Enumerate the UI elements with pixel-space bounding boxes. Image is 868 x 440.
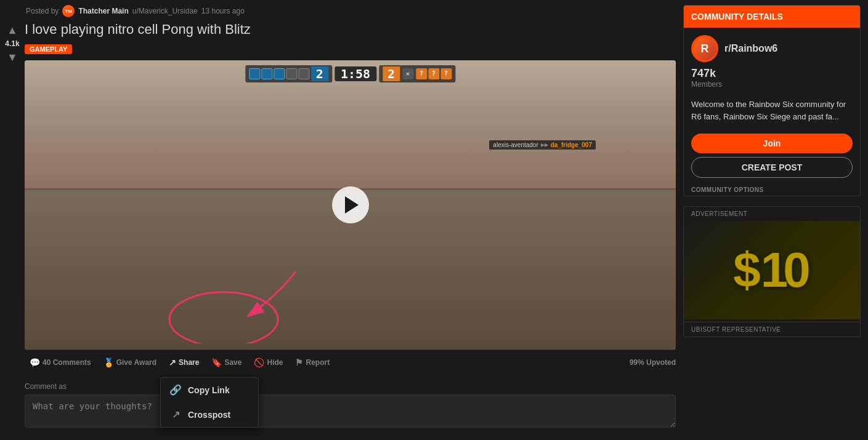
hud-icons-a [249,68,309,79]
comment-input[interactable] [25,394,676,428]
save-label: Save [224,358,241,367]
post-time: 13 hours ago [201,7,245,15]
community-top: R r/Rainbow6 [684,28,860,67]
main-content: Posted by TM Thatcher Main u/Maverick_Ur… [25,0,676,440]
community-description: Welcome to the Rainbow Six community for… [684,98,860,130]
player-name-1: alexis-aventador [493,142,538,148]
ad-label: ADVERTISEMENT [684,207,860,221]
crosspost-label: Crosspost [188,410,230,420]
crosspost-icon: ↗ [169,409,182,421]
hud-q-2: ? [428,68,439,79]
vote-column: ▲ 4.1k ▼ [0,0,25,440]
report-button[interactable]: ⚑ Report [290,354,335,371]
share-icon: ↗ [169,358,176,367]
ad-dollar-text: $1 [733,242,788,298]
share-button[interactable]: ↗ Share [164,354,204,371]
hud-team-b: 2 ✕ ? ? ? [379,65,455,82]
hud-top: 2 1:58 2 ✕ ? ? ? [245,65,455,82]
play-button[interactable] [332,186,369,223]
copy-link-item[interactable]: 🔗 Copy Link [161,378,258,402]
hud-score-b: 2 [383,66,400,81]
copy-link-icon: 🔗 [169,384,182,396]
posted-by-label: Posted by [26,7,59,15]
hud-timer: 1:58 [335,66,376,81]
community-options-header: COMMUNITY OPTIONS [684,182,860,196]
video-placeholder: 2 1:58 2 ✕ ? ? ? alexis-aventador ▶▶ da_… [25,60,676,350]
comment-section: Comment as [25,375,676,437]
play-triangle-icon [345,196,359,214]
copy-link-label: Copy Link [188,385,230,395]
community-details-header: COMMUNITY DETAILS [684,6,860,28]
ubisoft-rep-label: UBISOFT REPRESENTATIVE [684,322,860,337]
hud-q-1: ? [416,68,427,79]
avatar: TM [62,5,75,17]
hud-q-3: ? [440,68,452,79]
vote-count: 4.1k [5,39,19,48]
hide-button[interactable]: 🚫 Hide [249,354,288,371]
upvoted-text: 99% Upvoted [630,358,676,367]
flair-tag[interactable]: Gameplay [25,44,72,54]
hud-score-a: 2 [311,66,328,81]
create-post-button[interactable]: CREATE POST [691,157,853,178]
player-tag: alexis-aventador ▶▶ da_fridge_007 [489,140,596,150]
post-header: Posted by TM Thatcher Main u/Maverick_Ur… [25,5,676,17]
poster-name[interactable]: Thatcher Main [78,7,128,15]
hud-icon-3 [274,68,285,79]
members-count: 747k [691,67,853,80]
hide-label: Hide [267,358,283,367]
report-label: Report [306,358,330,367]
downvote-button[interactable]: ▼ [6,50,19,64]
award-label: Give Award [116,358,156,367]
hud-icon-5 [298,68,309,79]
hud-icons-b: ? ? ? [416,68,452,79]
award-button[interactable]: 🏅 Give Award [99,354,161,371]
upvote-button[interactable]: ▲ [6,23,19,37]
hud-team-a: 2 [245,65,332,82]
advertisement-section: ADVERTISEMENT $1 0 UBISOFT REPRESENTATIV… [683,206,861,337]
ad-zero-text: 0 [783,242,811,298]
community-avatar: R [691,35,718,62]
action-bar: 💬 40 Comments 🏅 Give Award ↗ Share 🔖 Sav… [25,350,676,375]
sidebar: COMMUNITY DETAILS R r/Rainbow6 747k Memb… [676,0,868,440]
award-icon: 🏅 [103,358,114,367]
comments-icon: 💬 [30,358,40,367]
poster-subreddit[interactable]: u/Maverick_Ursidae [132,7,198,15]
share-label: Share [179,358,199,367]
comments-button[interactable]: 💬 40 Comments [25,354,96,371]
video-container: 2 1:58 2 ✕ ? ? ? alexis-aventador ▶▶ da_… [25,60,676,350]
report-icon: ⚑ [295,358,303,367]
comments-label: 40 Comments [43,358,91,367]
community-name[interactable]: r/Rainbow6 [724,43,777,54]
crosspost-item[interactable]: ↗ Crosspost [161,402,258,427]
share-dropdown: 🔗 Copy Link ↗ Crosspost [160,377,259,428]
join-button[interactable]: Join [691,134,853,153]
ad-creative[interactable]: $1 0 [684,221,860,319]
save-icon: 🔖 [211,358,222,367]
community-details-section: COMMUNITY DETAILS R r/Rainbow6 747k Memb… [683,5,861,196]
hud-icon-4 [286,68,297,79]
community-stats: 747k Members [684,67,860,98]
player-name-2: da_fridge_007 [551,142,592,148]
hide-icon: 🚫 [254,358,264,367]
post-title: I love playing nitro cell Pong with Blit… [25,21,676,39]
comment-as-label: Comment as [25,382,676,391]
hud-icon-1 [249,68,260,79]
save-button[interactable]: 🔖 Save [206,354,246,371]
hud-icon-2 [261,68,272,79]
members-label: Members [691,80,853,89]
